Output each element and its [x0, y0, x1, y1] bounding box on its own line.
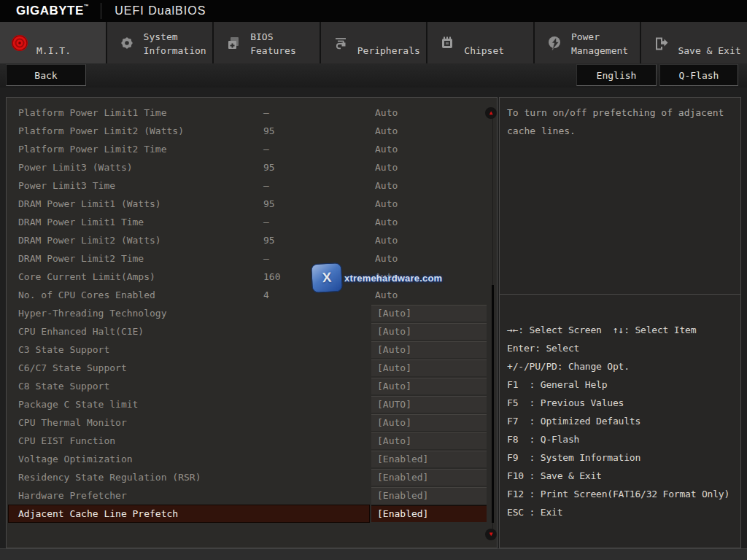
- setting-row[interactable]: Platform Power Limit2 (Watts)95Auto: [7, 122, 497, 140]
- setting-row[interactable]: Platform Power Limit2 Time–Auto: [7, 140, 497, 158]
- setting-row[interactable]: CPU Thermal Monitor[Auto]: [7, 413, 497, 432]
- tab-label-line: System: [144, 30, 206, 44]
- scroll-down-icon[interactable]: ▼: [485, 529, 497, 540]
- setting-name: Power Limit3 Time: [18, 176, 115, 195]
- setting-value-box[interactable]: [AUTO]: [371, 396, 487, 413]
- settings-panel: Platform Power Limit1 Time–AutoPlatform …: [6, 97, 498, 548]
- setting-value-box[interactable]: [Enabled]: [371, 451, 487, 467]
- scroll-up-icon[interactable]: ▲: [485, 107, 497, 119]
- setting-row[interactable]: Adjacent Cache Line Prefetch[Enabled]: [7, 505, 497, 523]
- setting-row[interactable]: CPU Enhanced Halt(C1E)[Auto]: [7, 322, 497, 341]
- setting-row[interactable]: CPU EIST Function[Auto]: [7, 432, 497, 450]
- key-legend-line: F9 : System Information: [507, 448, 740, 467]
- setting-row[interactable]: Power Limit3 (Watts)95Auto: [7, 158, 497, 176]
- setting-default-value: 95: [263, 231, 275, 249]
- trademark-mark: ™: [84, 4, 90, 9]
- tab-label: BIOSFeatures: [250, 28, 296, 58]
- tab-label-line: BIOS: [250, 30, 296, 44]
- setting-row[interactable]: C8 State Support[Auto]: [7, 377, 497, 395]
- power-bolt-icon: [544, 35, 565, 51]
- setting-name: C3 State Support: [18, 341, 109, 359]
- setting-row[interactable]: C3 State Support[Auto]: [7, 341, 497, 359]
- key-legend-line: +/-/PU/PD: Change Opt.: [507, 357, 740, 376]
- back-button[interactable]: Back: [6, 64, 86, 86]
- setting-row[interactable]: DRAM Power Limit2 (Watts)95Auto: [7, 231, 497, 249]
- peripherals-icon: [330, 35, 351, 51]
- tab-save-exit[interactable]: Save & Exit: [641, 22, 747, 63]
- setting-default-value: 4: [263, 286, 269, 304]
- setting-name: DRAM Power Limit2 (Watts): [18, 231, 161, 249]
- tab-mit[interactable]: M.I.T.: [0, 22, 106, 63]
- setting-auto-value: Auto: [375, 176, 398, 195]
- setting-value-box[interactable]: [Auto]: [371, 359, 487, 376]
- setting-value-box[interactable]: [Auto]: [371, 378, 487, 394]
- setting-name: Adjacent Cache Line Prefetch: [18, 505, 178, 523]
- setting-value-box[interactable]: [Enabled]: [371, 469, 487, 486]
- setting-row[interactable]: Hyper-Threading Technology[Auto]: [7, 304, 497, 322]
- bios-chip-icon: [223, 35, 244, 51]
- toolbar: Back English Q-Flash: [0, 63, 747, 88]
- setting-row[interactable]: DRAM Power Limit1 (Watts)95Auto: [7, 195, 497, 213]
- gear-icon: [117, 35, 137, 51]
- setting-name: Platform Power Limit2 (Watts): [18, 122, 184, 140]
- setting-default-value: 95: [263, 122, 275, 140]
- setting-row[interactable]: Package C State limit[AUTO]: [7, 395, 497, 413]
- setting-default-value: 160: [263, 268, 280, 286]
- setting-name: Platform Power Limit2 Time: [18, 140, 167, 158]
- setting-row[interactable]: Power Limit3 Time–Auto: [7, 176, 497, 195]
- setting-default-value: –: [263, 176, 269, 195]
- setting-name: CPU Enhanced Halt(C1E): [18, 322, 144, 341]
- setting-value-box[interactable]: [Enabled]: [371, 505, 487, 522]
- setting-row[interactable]: Core Current Limit(Amps)160Auto: [7, 268, 497, 286]
- language-button[interactable]: English: [576, 64, 657, 86]
- setting-auto-value: Auto: [375, 158, 398, 176]
- setting-value-box[interactable]: [Auto]: [371, 432, 487, 449]
- setting-name: Residency State Regulation (RSR): [18, 468, 201, 486]
- setting-default-value: –: [263, 140, 269, 158]
- setting-name: Hardware Prefetcher: [18, 486, 127, 505]
- setting-row[interactable]: DRAM Power Limit1 Time–Auto: [7, 213, 497, 231]
- setting-name: DRAM Power Limit1 (Watts): [18, 195, 161, 213]
- setting-auto-value: Auto: [375, 213, 398, 231]
- setting-value-box[interactable]: [Enabled]: [371, 487, 487, 504]
- setting-auto-value: Auto: [375, 231, 398, 249]
- setting-row[interactable]: C6/C7 State Support[Auto]: [7, 359, 497, 377]
- setting-value-box[interactable]: [Auto]: [371, 341, 487, 358]
- setting-name: Package C State limit: [18, 395, 138, 413]
- scrollbar-thumb[interactable]: [492, 285, 494, 523]
- tab-label: SystemInformation: [144, 28, 206, 58]
- tab-label-line: Features: [250, 44, 296, 58]
- setting-value-box[interactable]: [Auto]: [371, 305, 487, 322]
- setting-row[interactable]: Hardware Prefetcher[Enabled]: [7, 486, 497, 505]
- tab-peripherals[interactable]: Peripherals: [321, 22, 427, 63]
- setting-name: DRAM Power Limit1 Time: [18, 213, 144, 231]
- key-legend-line: F8 : Q-Flash: [507, 430, 740, 448]
- setting-default-value: 95: [263, 158, 275, 176]
- footer-bar: [0, 548, 747, 560]
- setting-name: Voltage Optimization: [18, 450, 133, 468]
- tab-label-line: Peripherals: [357, 44, 420, 58]
- key-legend-line: Enter: Select: [507, 339, 740, 357]
- tab-chipset[interactable]: Chipset: [427, 22, 533, 63]
- key-legend-line: F1 : General Help: [507, 376, 740, 394]
- setting-default-value: –: [263, 249, 269, 268]
- setting-value-box[interactable]: [Auto]: [371, 414, 487, 431]
- setting-value-box[interactable]: [Auto]: [371, 323, 487, 340]
- tab-power-management[interactable]: PowerManagement: [535, 22, 640, 63]
- setting-auto-value: Auto: [375, 140, 398, 158]
- setting-name: Hyper-Threading Technology: [18, 304, 167, 322]
- key-legend-line: F10 : Save & Exit: [507, 467, 740, 485]
- setting-row[interactable]: No. of CPU Cores Enabled4Auto: [7, 286, 497, 304]
- setting-row[interactable]: Voltage Optimization[Enabled]: [7, 450, 497, 468]
- qflash-button[interactable]: Q-Flash: [659, 64, 738, 86]
- divider: [101, 3, 101, 19]
- setting-row[interactable]: DRAM Power Limit2 Time–Auto: [7, 249, 497, 268]
- tab-label-line: M.I.T.: [36, 44, 71, 58]
- tab-bios-features[interactable]: BIOSFeatures: [214, 22, 320, 63]
- tab-label: Chipset: [464, 28, 504, 58]
- setting-row[interactable]: Residency State Regulation (RSR)[Enabled…: [7, 468, 497, 486]
- tab-system-information[interactable]: SystemInformation: [107, 22, 213, 63]
- setting-default-value: –: [263, 104, 269, 122]
- setting-row[interactable]: Platform Power Limit1 Time–Auto: [7, 104, 497, 122]
- setting-name: No. of CPU Cores Enabled: [18, 286, 155, 304]
